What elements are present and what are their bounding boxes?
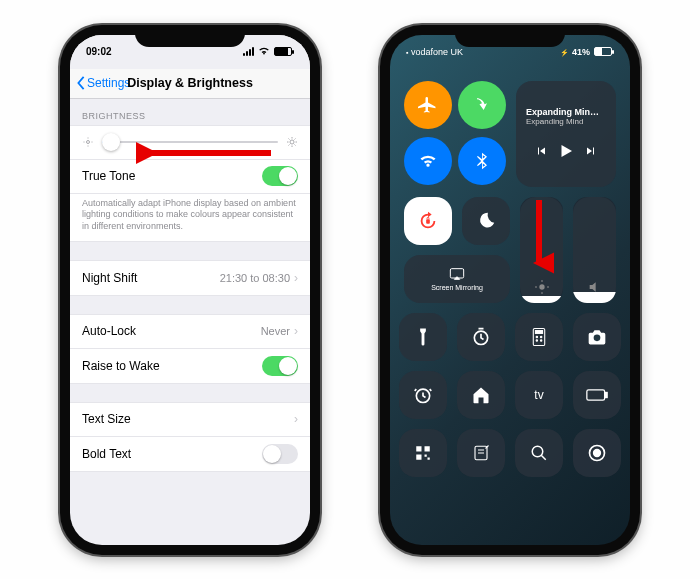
svg-rect-33 [416, 446, 421, 451]
true-tone-desc: Automatically adapt iPhone display based… [70, 194, 310, 241]
play-icon[interactable] [557, 142, 575, 160]
svg-point-26 [540, 336, 541, 337]
svg-rect-34 [425, 446, 430, 451]
control-center-screen: ▪ vodafone UK ⚡ 41% Expanding Min… Expan… [390, 35, 630, 545]
auto-lock-label: Auto-Lock [82, 324, 136, 338]
phone-frame-control-center: ▪ vodafone UK ⚡ 41% Expanding Min… Expan… [380, 25, 640, 555]
media-subtitle: Expanding Mind [526, 117, 583, 127]
svg-rect-15 [426, 219, 430, 224]
control-center-body: Expanding Min… Expanding Mind [390, 69, 630, 489]
page-title: Display & Brightness [70, 76, 310, 90]
flashlight-button[interactable] [399, 313, 447, 361]
night-shift-row[interactable]: Night Shift 21:30 to 08:30› [70, 261, 310, 295]
night-shift-group: Night Shift 21:30 to 08:30› [70, 260, 310, 296]
brightness-header: BRIGHTNESS [70, 99, 310, 125]
bluetooth-button[interactable] [458, 137, 506, 185]
camera-button[interactable] [573, 313, 621, 361]
svg-line-13 [295, 139, 296, 140]
next-icon[interactable] [585, 145, 597, 157]
orientation-lock-button[interactable] [404, 197, 452, 245]
svg-rect-36 [425, 454, 427, 456]
night-shift-label: Night Shift [82, 271, 137, 285]
svg-rect-24 [535, 330, 542, 333]
svg-rect-37 [428, 457, 430, 459]
screen-record-button[interactable] [573, 429, 621, 477]
svg-rect-31 [587, 389, 605, 399]
do-not-disturb-button[interactable] [462, 197, 510, 245]
media-tile[interactable]: Expanding Min… Expanding Mind [516, 81, 616, 187]
text-group: Text Size › Bold Text [70, 402, 310, 472]
cellular-data-button[interactable] [458, 81, 506, 129]
brightness-group: True Tone Automatically adapt iPhone dis… [70, 125, 310, 242]
lock-group: Auto-Lock Never› Raise to Wake [70, 314, 310, 384]
timer-button[interactable] [457, 313, 505, 361]
chevron-right-icon: › [294, 412, 298, 426]
night-shift-detail: 21:30 to 08:30› [220, 271, 298, 285]
magnifier-button[interactable] [515, 429, 563, 477]
text-size-row[interactable]: Text Size › [70, 403, 310, 437]
sun-dim-icon [82, 136, 94, 148]
phone-frame-settings: 09:02 Settings Display & Brightness BRIG… [60, 25, 320, 555]
svg-line-10 [289, 139, 290, 140]
calculator-button[interactable] [515, 313, 563, 361]
notch [455, 25, 565, 47]
home-button[interactable] [457, 371, 505, 419]
true-tone-label: True Tone [82, 169, 135, 183]
notes-button[interactable] [457, 429, 505, 477]
raise-to-wake-switch[interactable] [262, 356, 298, 376]
chevron-right-icon: › [294, 324, 298, 338]
speaker-icon [587, 279, 603, 295]
auto-lock-row[interactable]: Auto-Lock Never› [70, 315, 310, 349]
status-right: ⚡ 41% [560, 47, 612, 57]
media-title: Expanding Min… [526, 107, 599, 117]
svg-point-28 [540, 339, 541, 340]
svg-point-41 [594, 449, 601, 456]
carrier-label: vodafone UK [411, 47, 463, 57]
apple-tv-button[interactable]: tv [515, 371, 563, 419]
battery-percent: ⚡ 41% [560, 47, 590, 57]
brightness-slider-cc[interactable] [520, 197, 563, 303]
svg-point-17 [539, 284, 544, 289]
qr-scan-button[interactable] [399, 429, 447, 477]
svg-point-25 [536, 336, 537, 337]
svg-rect-16 [450, 268, 463, 277]
svg-point-40 [590, 445, 605, 460]
true-tone-switch[interactable] [262, 166, 298, 186]
volume-slider-cc[interactable] [573, 197, 616, 303]
svg-point-5 [290, 140, 294, 144]
svg-point-0 [87, 141, 90, 144]
svg-rect-32 [605, 392, 607, 397]
svg-line-11 [295, 145, 296, 146]
svg-point-29 [594, 334, 601, 341]
bold-text-switch[interactable] [262, 444, 298, 464]
connectivity-tile [404, 81, 506, 187]
chevron-right-icon: › [294, 271, 298, 285]
true-tone-row: True Tone [70, 160, 310, 194]
status-time: 09:02 [86, 46, 112, 57]
svg-rect-38 [475, 446, 487, 460]
slider-thumb[interactable] [102, 133, 120, 151]
screen-mirror-icon [449, 267, 465, 281]
battery-icon [274, 47, 292, 56]
sun-icon [534, 279, 550, 295]
airplane-mode-button[interactable] [404, 81, 452, 129]
prev-icon[interactable] [535, 145, 547, 157]
text-size-label: Text Size [82, 412, 131, 426]
raise-to-wake-row: Raise to Wake [70, 349, 310, 383]
wifi-icon [258, 47, 270, 56]
brightness-slider[interactable] [102, 132, 278, 152]
low-power-button[interactable] [573, 371, 621, 419]
settings-screen: 09:02 Settings Display & Brightness BRIG… [70, 35, 310, 545]
svg-rect-23 [533, 328, 544, 345]
bold-text-label: Bold Text [82, 447, 131, 461]
auto-lock-detail: Never› [261, 324, 298, 338]
bold-text-row: Bold Text [70, 437, 310, 471]
screen-mirroring-button[interactable]: Screen Mirroring [404, 255, 510, 303]
wifi-button[interactable] [404, 137, 452, 185]
signal-icon [243, 47, 254, 56]
sun-bright-icon [286, 136, 298, 148]
status-right [243, 47, 292, 56]
nav-bar: Settings Display & Brightness [70, 69, 310, 99]
alarm-button[interactable] [399, 371, 447, 419]
raise-to-wake-label: Raise to Wake [82, 359, 160, 373]
